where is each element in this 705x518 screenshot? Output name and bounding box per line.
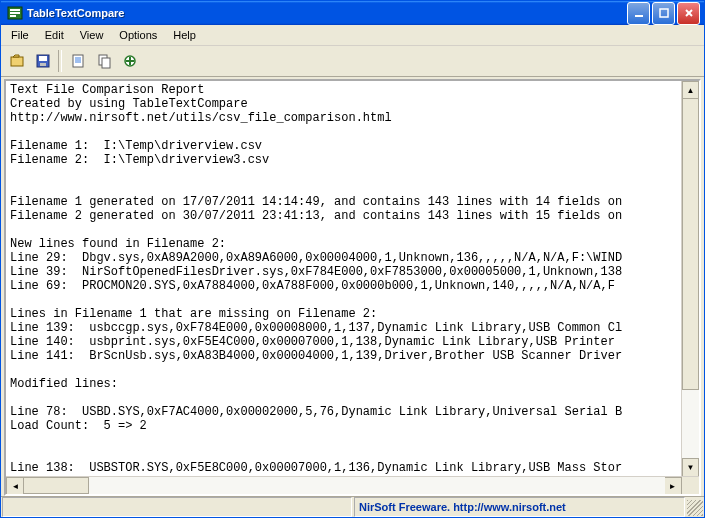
scroll-thumb[interactable] <box>682 98 699 390</box>
line: http://www.nirsoft.net/utils/csv_file_co… <box>10 111 392 125</box>
line: Line 69: PROCMON20.SYS,0xA7884000,0xA788… <box>10 279 615 293</box>
line: Line 140: usbprint.sys,0xF5E4C000,0x0000… <box>10 335 622 349</box>
svg-rect-12 <box>40 63 46 66</box>
line: Line 141: BrScnUsb.sys,0xA83B4000,0x0000… <box>10 349 622 363</box>
report-button[interactable] <box>65 49 90 73</box>
svg-rect-4 <box>635 15 643 17</box>
report-text[interactable]: Text File Comparison Report Created by u… <box>6 81 699 494</box>
save-button[interactable] <box>30 49 55 73</box>
line: Line 78: USBD.SYS,0xF7AC4000,0x00002000,… <box>10 405 622 419</box>
svg-rect-3 <box>10 15 16 17</box>
close-button[interactable] <box>677 2 700 25</box>
toolbar-separator <box>58 50 62 72</box>
vertical-scrollbar[interactable]: ▲ ▼ <box>681 81 699 477</box>
svg-rect-2 <box>10 12 20 14</box>
maximize-button[interactable] <box>652 2 675 25</box>
statusbar: NirSoft Freeware. http://www.nirsoft.net <box>1 496 704 517</box>
menu-edit[interactable]: Edit <box>37 27 72 43</box>
menu-options[interactable]: Options <box>111 27 165 43</box>
line: Load Count: 5 => 2 <box>10 419 147 433</box>
menubar: File Edit View Options Help <box>1 25 704 46</box>
svg-rect-8 <box>11 57 23 66</box>
toolbar <box>1 46 704 77</box>
app-window: TableTextCompare File Edit View Options … <box>0 0 705 518</box>
svg-rect-11 <box>39 56 47 61</box>
open-button[interactable] <box>4 49 29 73</box>
settings-button[interactable] <box>117 49 142 73</box>
line: New lines found in Filename 2: <box>10 237 226 251</box>
titlebar[interactable]: TableTextCompare <box>1 1 704 25</box>
line: Line 39: NirSoftOpenedFilesDriver.sys,0x… <box>10 265 622 279</box>
scroll-right-icon[interactable]: ► <box>663 477 682 496</box>
resize-grip-icon[interactable] <box>687 500 703 516</box>
line: Lines in Filename 1 that are missing on … <box>10 307 377 321</box>
line: Filename 2: I:\Temp\driverview3.csv <box>10 153 269 167</box>
line: Text File Comparison Report <box>10 83 204 97</box>
window-controls <box>627 2 700 25</box>
line: Modified lines: <box>10 377 118 391</box>
svg-rect-18 <box>102 58 110 68</box>
scroll-track[interactable] <box>23 477 665 494</box>
line: Filename 1: I:\Temp\driverview.csv <box>10 139 262 153</box>
minimize-button[interactable] <box>627 2 650 25</box>
status-credit: NirSoft Freeware. http://www.nirsoft.net <box>354 497 685 517</box>
line: Line 139: usbccgp.sys,0xF784E000,0x00008… <box>10 321 622 335</box>
svg-marker-9 <box>13 55 19 57</box>
svg-rect-1 <box>10 9 20 11</box>
line: Created by using TableTextCompare <box>10 97 248 111</box>
app-icon <box>7 5 23 21</box>
horizontal-scrollbar[interactable]: ◄ ► <box>6 476 699 494</box>
scroll-down-icon[interactable]: ▼ <box>682 458 699 477</box>
menu-file[interactable]: File <box>3 27 37 43</box>
scroll-thumb[interactable] <box>23 477 89 494</box>
window-title: TableTextCompare <box>27 7 627 19</box>
content-area: Text File Comparison Report Created by u… <box>4 79 701 496</box>
svg-rect-21 <box>129 57 131 65</box>
status-cell-left <box>2 497 352 517</box>
svg-rect-5 <box>660 9 668 17</box>
line: Filename 2 generated on 30/07/2011 23:41… <box>10 209 622 223</box>
scroll-corner <box>682 477 699 494</box>
menu-help[interactable]: Help <box>165 27 204 43</box>
line: Line 138: USBSTOR.SYS,0xF5E8C000,0x00007… <box>10 461 622 475</box>
scroll-track[interactable] <box>682 98 699 460</box>
svg-rect-13 <box>73 55 83 67</box>
copy-button[interactable] <box>91 49 116 73</box>
line: Line 29: Dbgv.sys,0xA89A2000,0xA89A6000,… <box>10 251 622 265</box>
line: Filename 1 generated on 17/07/2011 14:14… <box>10 195 622 209</box>
menu-view[interactable]: View <box>72 27 112 43</box>
